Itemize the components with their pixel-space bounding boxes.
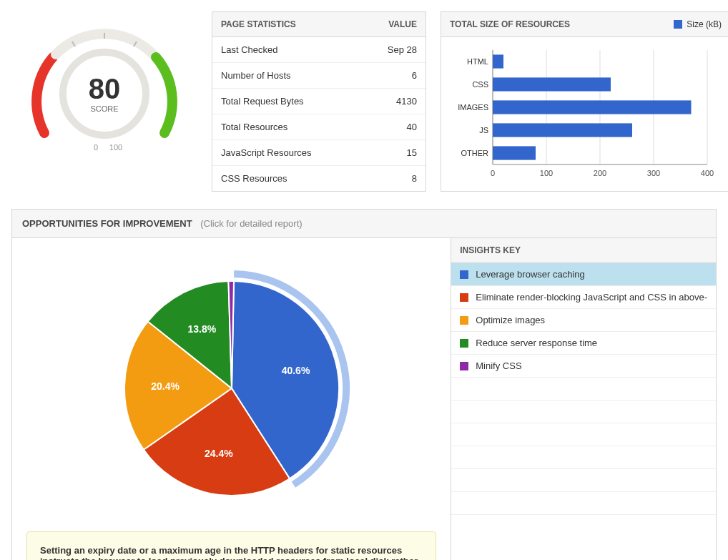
svg-rect-23	[493, 123, 632, 137]
key-swatch-icon	[460, 362, 468, 370]
gauge-label: SCORE	[90, 104, 118, 113]
stats-row: Total Request Bytes4130	[212, 89, 426, 114]
opportunities-panel: OPPORTUNITIES FOR IMPROVEMENT (Click for…	[11, 209, 717, 560]
svg-text:20.4%: 20.4%	[151, 380, 179, 392]
insights-key-item[interactable]: Minify CSS	[451, 355, 716, 378]
pie-chart: 40.6%24.4%20.4%13.8%	[82, 260, 382, 517]
stats-name: Total Request Bytes	[221, 96, 304, 107]
stats-name: Last Checked	[221, 44, 278, 55]
gauge-min: 0	[94, 143, 98, 152]
resources-bar-panel: TOTAL SIZE OF RESOURCES Size (kB) 010020…	[441, 11, 728, 192]
svg-text:300: 300	[647, 169, 660, 177]
svg-text:40.6%: 40.6%	[281, 365, 310, 376]
svg-text:200: 200	[594, 169, 606, 177]
stats-row: Number of Hosts6	[212, 63, 426, 89]
stats-value: 15	[407, 147, 417, 158]
key-swatch-icon	[460, 270, 468, 279]
svg-text:JS: JS	[479, 126, 488, 134]
legend-swatch-icon	[674, 20, 682, 29]
insights-key-item-empty	[451, 492, 716, 515]
hint-main-text: Setting an expiry date or a maximum age …	[40, 545, 418, 560]
page-statistics-panel: PAGE STATISTICS VALUE Last CheckedSep 28…	[212, 11, 426, 192]
bar-legend: Size (kB)	[674, 19, 722, 29]
stats-value: Sep 28	[388, 44, 417, 55]
stats-name: Number of Hosts	[221, 70, 291, 81]
stats-row: Total Resources40	[212, 114, 426, 140]
insights-key-item[interactable]: Reduce server response time	[451, 332, 716, 355]
key-label: Leverage browser caching	[476, 269, 584, 280]
insights-key-item[interactable]: Eliminate render-blocking JavaScript and…	[451, 286, 716, 309]
insights-key-item[interactable]: Leverage browser caching	[451, 263, 716, 286]
svg-text:100: 100	[540, 169, 553, 177]
svg-rect-21	[493, 100, 692, 114]
key-label: Reduce server response time	[476, 338, 597, 348]
stats-row: Last CheckedSep 28	[212, 37, 426, 63]
svg-rect-19	[493, 77, 611, 91]
insights-key-item-empty	[451, 378, 716, 401]
score-gauge: 80 SCORE 0 100	[11, 11, 197, 192]
insights-key-item-empty	[451, 469, 716, 492]
svg-text:400: 400	[701, 169, 714, 177]
stats-name: CSS Resources	[221, 173, 287, 184]
stats-header: PAGE STATISTICS	[221, 19, 296, 29]
svg-text:24.4%: 24.4%	[205, 448, 233, 459]
svg-rect-17	[493, 54, 503, 68]
insights-key-item-empty	[451, 423, 716, 446]
svg-rect-25	[493, 146, 536, 159]
bar-chart-header: TOTAL SIZE OF RESOURCES	[450, 19, 570, 29]
svg-text:OTHER: OTHER	[461, 149, 489, 157]
key-label: Optimize images	[476, 315, 545, 325]
stats-name: Total Resources	[221, 122, 287, 132]
insight-hint-box: Setting an expiry date or a maximum age …	[26, 531, 436, 560]
svg-text:IMAGES: IMAGES	[458, 103, 488, 112]
gauge-score: 80	[89, 73, 121, 104]
insights-key-item[interactable]: Optimize images	[451, 309, 716, 332]
stats-name: JavaScript Resources	[221, 147, 311, 158]
insights-key-item-empty	[451, 446, 716, 469]
bar-chart: 0100200300400HTMLCSSIMAGESJSOTHER	[450, 43, 722, 186]
stats-value: 40	[407, 122, 417, 132]
insights-key-header: INSIGHTS KEY	[451, 238, 716, 263]
key-swatch-icon	[460, 293, 468, 302]
key-label: Minify CSS	[476, 360, 521, 371]
key-swatch-icon	[460, 316, 468, 325]
stats-value: 6	[412, 70, 417, 81]
key-label: Eliminate render-blocking JavaScript and…	[476, 292, 707, 303]
stats-value: 8	[412, 173, 417, 184]
improve-header: OPPORTUNITIES FOR IMPROVEMENT	[22, 218, 192, 229]
gauge-max: 100	[109, 143, 122, 152]
stats-row: JavaScript Resources15	[212, 140, 426, 166]
svg-text:13.8%: 13.8%	[187, 323, 216, 335]
stats-value: 4130	[396, 96, 417, 107]
insights-key-panel: INSIGHTS KEY Leverage browser cachingEli…	[451, 238, 716, 560]
svg-text:CSS: CSS	[472, 80, 488, 89]
svg-text:0: 0	[491, 169, 495, 177]
improve-sub[interactable]: (Click for detailed report)	[200, 218, 302, 229]
stats-row: CSS Resources8	[212, 166, 426, 191]
key-swatch-icon	[460, 339, 468, 348]
svg-text:HTML: HTML	[467, 57, 488, 66]
stats-value-header: VALUE	[388, 19, 417, 29]
insights-key-item-empty	[451, 401, 716, 423]
